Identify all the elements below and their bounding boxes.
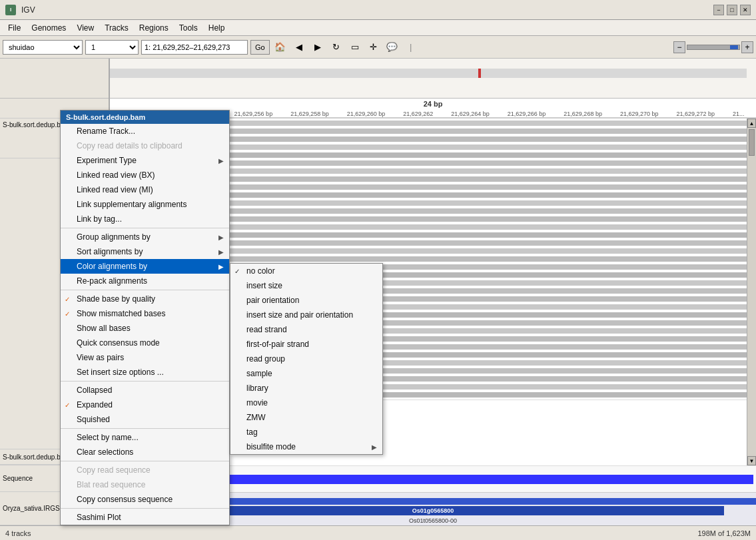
color-submenu-no-color[interactable]: ✓ no color xyxy=(230,264,382,278)
forward-button[interactable]: ▶ xyxy=(310,39,326,55)
menu-bar: File Genomes View Tracks Regions Tools H… xyxy=(0,20,756,36)
menu-item-shade-base-quality[interactable]: ✓ Shade base by quality xyxy=(61,292,229,306)
menu-item-squished[interactable]: Squished xyxy=(61,412,229,427)
menu-separator xyxy=(61,461,229,461)
submenu-arrow-icon: ▶ xyxy=(218,157,224,164)
menu-item-sashimi-plot[interactable]: Sashimi Plot xyxy=(61,510,229,525)
menu-item-experiment-type[interactable]: Experiment Type ▶ xyxy=(61,153,229,168)
color-submenu-movie[interactable]: movie xyxy=(230,396,382,410)
color-submenu-read-strand[interactable]: read strand xyxy=(230,322,382,337)
window-controls: − □ ✕ xyxy=(713,5,751,15)
menu-item-repack-alignments[interactable]: Re-pack alignments xyxy=(61,274,229,288)
color-submenu-library[interactable]: library xyxy=(230,381,382,396)
menu-item-link-by-tag[interactable]: Link by tag... xyxy=(61,212,229,226)
go-button[interactable]: Go xyxy=(250,40,270,55)
color-submenu-pair-orientation[interactable]: pair orientation xyxy=(230,293,382,308)
zoom-track[interactable] xyxy=(687,45,740,50)
scroll-thumb[interactable] xyxy=(749,129,755,156)
app-icon: I xyxy=(5,5,16,15)
menu-item-show-all-bases[interactable]: Show all bases xyxy=(61,321,229,336)
menu-separator xyxy=(61,508,229,509)
menu-item-blat-read-seq: Blat read sequence xyxy=(61,477,229,492)
menu-item-collapsed[interactable]: Collapsed xyxy=(61,383,229,398)
menu-item-show-mismatched[interactable]: ✓ Show mismatched bases xyxy=(61,306,229,321)
location-input[interactable] xyxy=(141,40,248,55)
menu-item-linked-read-mi[interactable]: Linked read view (MI) xyxy=(61,182,229,197)
color-submenu-first-of-pair-strand[interactable]: first-of-pair strand xyxy=(230,337,382,352)
checkmark-icon: ✓ xyxy=(65,310,70,318)
tracks-count: 4 tracks xyxy=(5,529,31,537)
menu-item-copy-details: Copy read details to clipboard xyxy=(61,138,229,153)
scroll-up-button[interactable]: ▲ xyxy=(747,119,756,128)
color-submenu-read-group[interactable]: read group xyxy=(230,352,382,366)
menu-item-expanded[interactable]: ✓ Expanded xyxy=(61,398,229,412)
zoom-minus-button[interactable]: − xyxy=(673,41,685,53)
context-menu: S-bulk.sort.dedup.bam Rename Track... Co… xyxy=(60,110,230,525)
close-button[interactable]: ✕ xyxy=(740,5,751,15)
context-menu-header: S-bulk.sort.dedup.bam xyxy=(61,111,229,124)
checkmark-icon: ✓ xyxy=(65,402,70,409)
scroll-down-button[interactable]: ▼ xyxy=(747,456,756,465)
back-button[interactable]: ◀ xyxy=(291,39,307,55)
checkmark-icon: ✓ xyxy=(65,296,70,303)
color-submenu-zmw[interactable]: ZMW xyxy=(230,410,382,425)
maximize-button[interactable]: □ xyxy=(727,5,737,15)
vertical-scrollbar[interactable]: ▲ ▼ xyxy=(747,119,756,465)
menu-item-linked-read-bx[interactable]: Linked read view (BX) xyxy=(61,168,229,182)
checkmark-icon: ✓ xyxy=(234,268,240,275)
status-bar: 4 tracks 198M of 1,623M xyxy=(0,525,756,540)
menu-item-rename-track[interactable]: Rename Track... xyxy=(61,124,229,138)
app-title: IGV xyxy=(21,5,708,15)
submenu-arrow-icon: ▶ xyxy=(218,234,224,241)
submenu-arrow-icon: ▶ xyxy=(218,263,224,270)
menu-item-copy-read-seq: Copy read sequence xyxy=(61,463,229,477)
menu-regions[interactable]: Regions xyxy=(134,22,174,34)
speech-button[interactable]: 💬 xyxy=(384,39,400,55)
menu-item-color-alignments[interactable]: Color alignments by ▶ xyxy=(61,259,229,274)
menu-item-link-supplementary[interactable]: Link supplementary alignments xyxy=(61,197,229,212)
menu-item-select-by-name[interactable]: Select by name... xyxy=(61,430,229,445)
color-submenu-sample[interactable]: sample xyxy=(230,366,382,381)
menu-view[interactable]: View xyxy=(71,22,99,34)
color-submenu-insert-size-pair[interactable]: insert size and pair orientation xyxy=(230,308,382,322)
memory-usage: 198M of 1,623M xyxy=(698,529,751,537)
menu-item-view-as-pairs[interactable]: View as pairs xyxy=(61,350,229,365)
title-bar: I IGV − □ ✕ xyxy=(0,0,756,20)
region-button[interactable]: ▭ xyxy=(347,39,363,55)
divider-btn: | xyxy=(403,39,419,55)
submenu-arrow-icon: ▶ xyxy=(372,443,377,451)
menu-separator xyxy=(61,428,229,429)
zoom-thumb xyxy=(730,45,738,49)
zoom-bar: − + xyxy=(673,41,753,53)
ruler-label: 24 bp xyxy=(424,100,443,108)
menu-item-group-alignments[interactable]: Group alignments by ▶ xyxy=(61,230,229,244)
menu-file[interactable]: File xyxy=(3,22,26,34)
menu-separator xyxy=(61,381,229,382)
menu-help[interactable]: Help xyxy=(203,22,230,34)
submenu-arrow-icon: ▶ xyxy=(218,248,224,256)
refresh-button[interactable]: ↻ xyxy=(328,39,344,55)
genome-selector[interactable]: shuidao xyxy=(3,40,83,55)
chromosome-selector[interactable]: 1 xyxy=(85,40,139,55)
toolbar: shuidao 1 Go 🏠 ◀ ▶ ↻ ▭ ✛ 💬 | − + xyxy=(0,36,756,59)
menu-item-quick-consensus[interactable]: Quick consensus mode xyxy=(61,336,229,350)
menu-tracks[interactable]: Tracks xyxy=(99,22,134,34)
menu-item-clear-selections[interactable]: Clear selections xyxy=(61,445,229,459)
menu-item-set-insert-size[interactable]: Set insert size options ... xyxy=(61,365,229,380)
color-submenu-insert-size[interactable]: insert size xyxy=(230,278,382,293)
color-submenu-bisulfite[interactable]: bisulfite mode ▶ xyxy=(230,439,382,454)
color-submenu: ✓ no color insert size pair orientation … xyxy=(230,263,383,455)
color-submenu-tag[interactable]: tag xyxy=(230,425,382,439)
minimize-button[interactable]: − xyxy=(713,5,724,15)
zoom-plus-button[interactable]: + xyxy=(741,41,753,53)
menu-separator xyxy=(61,228,229,228)
menu-item-copy-consensus[interactable]: Copy consensus sequence xyxy=(61,492,229,507)
menu-item-sort-alignments[interactable]: Sort alignments by ▶ xyxy=(61,244,229,259)
home-button[interactable]: 🏠 xyxy=(272,39,288,55)
split-button[interactable]: ✛ xyxy=(366,39,382,55)
menu-separator xyxy=(61,290,229,290)
menu-genomes[interactable]: Genomes xyxy=(26,22,71,34)
menu-tools[interactable]: Tools xyxy=(174,22,203,34)
